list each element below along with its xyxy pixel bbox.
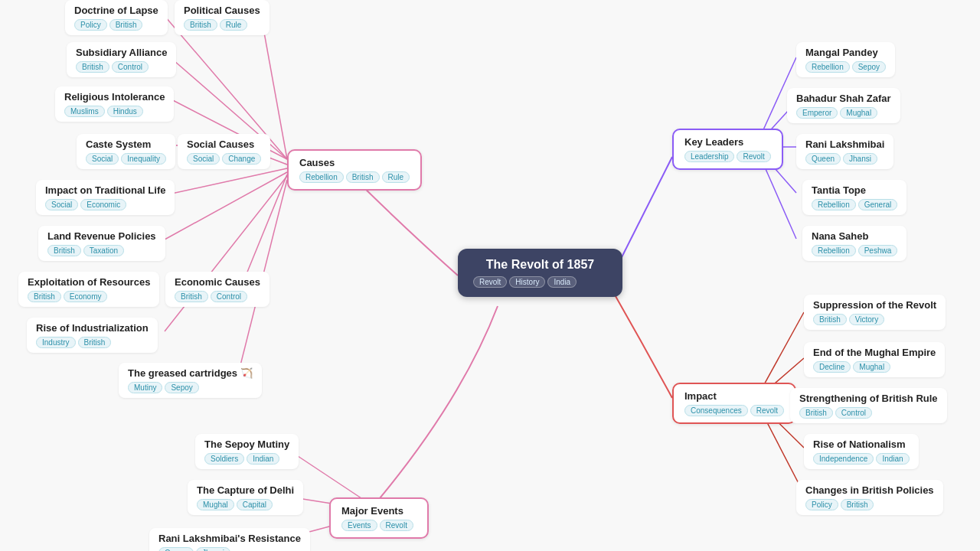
leaf-land-title: Land Revenue Policies bbox=[47, 230, 156, 242]
leaf-social-causes: Social Causes SocialChange bbox=[178, 134, 270, 169]
branch-causes-tags: Rebellion British Rule bbox=[299, 171, 410, 183]
leaf-nana: Nana Saheb RebellionPeshwa bbox=[802, 226, 906, 261]
leaf-sepoy-title: The Sepoy Mutiny bbox=[204, 439, 289, 450]
leaf-caste: Caste System SocialInequality bbox=[77, 134, 175, 169]
branch-leaders-title: Key Leaders bbox=[684, 136, 771, 148]
leaf-industrialization: Rise of Industrialization IndustryBritis… bbox=[27, 318, 158, 353]
leaf-british-rule: Strengthening of British Rule BritishCon… bbox=[790, 388, 947, 423]
svg-line-8 bbox=[165, 172, 287, 240]
leaf-mughal-end: End of the Mughal Empire DeclineMughal bbox=[804, 342, 945, 377]
branch-events-tags: Events Revolt bbox=[341, 520, 416, 531]
leaf-suppression: Suppression of the Revolt BritishVictory bbox=[804, 295, 946, 330]
leaf-religious-title: Religious Intolerance bbox=[64, 91, 165, 103]
leaf-delhi-title: The Capture of Delhi bbox=[197, 484, 294, 496]
leaf-mughal-title: End of the Mughal Empire bbox=[813, 347, 936, 358]
tag-india: India bbox=[547, 276, 577, 288]
leaf-nana-title: Nana Saheb bbox=[812, 230, 897, 242]
tag-rebellion: Rebellion bbox=[299, 171, 344, 183]
tag-revolt-leaders: Revolt bbox=[737, 151, 770, 162]
leaf-religious: Religious Intolerance MuslimsHindus bbox=[55, 86, 174, 122]
tag-rule: Rule bbox=[382, 171, 410, 183]
leaf-bahadur: Bahadur Shah Zafar EmperorMughal bbox=[787, 88, 900, 123]
leaf-suppression-title: Suppression of the Revolt bbox=[813, 299, 936, 311]
center-title: The Revolt of 1857 bbox=[473, 258, 607, 272]
branch-events-title: Major Events bbox=[341, 505, 416, 517]
leaf-economic-title: Economic Causes bbox=[175, 276, 260, 288]
branch-causes[interactable]: Causes Rebellion British Rule bbox=[287, 149, 422, 191]
leaf-subsidiary-title: Subsidiary Alliance bbox=[76, 47, 167, 58]
svg-line-10 bbox=[165, 176, 287, 331]
leaf-mangal: Mangal Pandey RebellionSepoy bbox=[796, 42, 895, 77]
tag-revolt-events: Revolt bbox=[380, 520, 413, 531]
leaf-sepoy: The Sepoy Mutiny SoldiersIndian bbox=[195, 434, 299, 469]
branch-impact[interactable]: Impact Consequences Revolt bbox=[672, 383, 796, 424]
leaf-doctrine: Doctrine of Lapse PolicyBritish bbox=[65, 0, 168, 35]
leaf-rani-resist: Rani Lakshmibai's Resistance QueenJhansi bbox=[149, 528, 310, 551]
leaf-british-rule-title: Strengthening of British Rule bbox=[799, 393, 938, 404]
leaf-cartridges: The greased cartridges 🏹 MutinySepoy bbox=[119, 363, 262, 398]
tag-events: Events bbox=[341, 520, 377, 531]
leaf-doctrine-title: Doctrine of Lapse bbox=[74, 5, 158, 16]
leaf-political: Political Causes BritishRule bbox=[175, 0, 270, 35]
leaf-mangal-title: Mangal Pandey bbox=[805, 47, 886, 58]
leaf-nationalism-title: Rise of Nationalism bbox=[813, 439, 910, 450]
leaf-cartridges-title: The greased cartridges 🏹 bbox=[128, 367, 253, 379]
leaf-industry-title: Rise of Industrialization bbox=[36, 322, 149, 334]
tag-british: British bbox=[109, 19, 143, 31]
leaf-delhi: The Capture of Delhi MughalCapital bbox=[188, 480, 303, 515]
center-tags: Revolt History India bbox=[473, 276, 607, 288]
leaf-caste-title: Caste System bbox=[86, 139, 166, 150]
leaf-rani-resist-title: Rani Lakshmibai's Resistance bbox=[158, 533, 301, 544]
leaf-bahadur-title: Bahadur Shah Zafar bbox=[796, 93, 891, 104]
tag-british-causes: British bbox=[346, 171, 380, 183]
branch-key-leaders[interactable]: Key Leaders Leadership Revolt bbox=[672, 129, 783, 170]
leaf-nationalism: Rise of Nationalism IndependenceIndian bbox=[804, 434, 919, 469]
leaf-tantia-title: Tantia Tope bbox=[812, 184, 897, 196]
leaf-tantia: Tantia Tope RebellionGeneral bbox=[802, 180, 906, 215]
leaf-impact-life: Impact on Traditional Life SocialEconomi… bbox=[36, 180, 175, 215]
branch-leaders-tags: Leadership Revolt bbox=[684, 151, 771, 162]
mindmap: The Revolt of 1857 Revolt History India … bbox=[0, 0, 980, 551]
tag-leadership: Leadership bbox=[684, 151, 734, 162]
tag-british-pol: British bbox=[184, 19, 217, 31]
branch-impact-title: Impact bbox=[684, 390, 784, 402]
leaf-impact-life-title: Impact on Traditional Life bbox=[45, 184, 165, 196]
branch-major-events[interactable]: Major Events Events Revolt bbox=[329, 497, 429, 539]
leaf-policies: Changes in British Policies PolicyBritis… bbox=[796, 480, 943, 515]
tag-revolt: Revolt bbox=[473, 276, 507, 288]
leaf-rani-title: Rani Lakshmibai bbox=[805, 139, 884, 150]
svg-line-9 bbox=[241, 174, 287, 287]
leaf-exploitation: Exploitation of Resources BritishEconomy bbox=[18, 272, 159, 307]
tag-revolt-impact: Revolt bbox=[750, 405, 784, 416]
center-node[interactable]: The Revolt of 1857 Revolt History India bbox=[458, 249, 622, 297]
tag-policy: Policy bbox=[74, 19, 107, 31]
branch-impact-tags: Consequences Revolt bbox=[684, 405, 784, 416]
leaf-political-title: Political Causes bbox=[184, 5, 260, 16]
leaf-social-title: Social Causes bbox=[187, 139, 261, 150]
tag-rule-pol: Rule bbox=[220, 19, 248, 31]
tag-history: History bbox=[509, 276, 545, 288]
leaf-economic-causes: Economic Causes BritishControl bbox=[165, 272, 270, 307]
leaf-policies-title: Changes in British Policies bbox=[805, 484, 934, 496]
svg-line-7 bbox=[165, 168, 287, 195]
leaf-exploitation-title: Exploitation of Resources bbox=[28, 276, 150, 288]
leaf-rani-leaders: Rani Lakshmibai QueenJhansi bbox=[796, 134, 893, 169]
tag-consequences: Consequences bbox=[684, 405, 748, 416]
leaf-land-revenue: Land Revenue Policies BritishTaxation bbox=[38, 226, 165, 261]
leaf-subsidiary: Subsidiary Alliance BritishControl bbox=[67, 42, 176, 77]
branch-causes-title: Causes bbox=[299, 157, 410, 168]
